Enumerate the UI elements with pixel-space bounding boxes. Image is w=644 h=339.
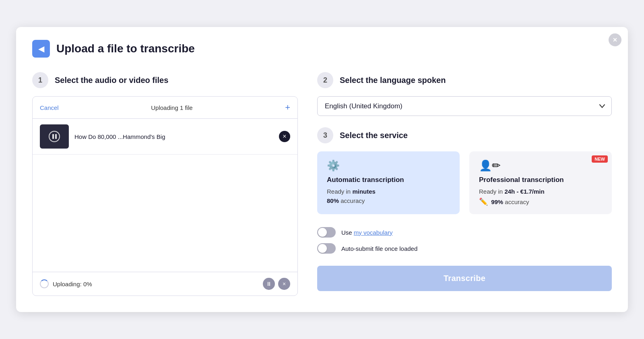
main-content: 1 Select the audio or video files Cancel… bbox=[32, 72, 612, 296]
service-cards: ⚙️ Automatic transcription Ready in minu… bbox=[317, 151, 612, 214]
cancel-link[interactable]: Cancel bbox=[40, 104, 59, 111]
transcribe-button[interactable]: Transcribe bbox=[317, 266, 612, 291]
autosubmit-toggle[interactable] bbox=[317, 243, 336, 254]
back-icon: ◀ bbox=[38, 44, 44, 54]
cancel-upload-icon: × bbox=[283, 281, 286, 287]
vocabulary-toggle-knob bbox=[318, 228, 327, 237]
autosubmit-toggle-row: Auto-submit file once loaded bbox=[317, 243, 612, 254]
service-card-professional[interactable]: NEW 👤✏ Professional transcription Ready … bbox=[469, 151, 612, 214]
upload-footer: Uploading: 0% ⏸ × bbox=[33, 272, 297, 296]
upload-status: Uploading 1 file bbox=[151, 104, 192, 111]
new-badge: NEW bbox=[592, 155, 608, 163]
remove-file-button[interactable]: × bbox=[279, 131, 290, 142]
step3-title: Select the service bbox=[340, 131, 408, 140]
back-button[interactable]: ◀ bbox=[32, 40, 50, 58]
file-thumbnail bbox=[40, 124, 69, 149]
pause-bar-right bbox=[55, 134, 57, 139]
cancel-upload-button[interactable]: × bbox=[278, 278, 290, 290]
close-icon: × bbox=[613, 36, 617, 44]
upload-spinner bbox=[40, 279, 49, 288]
autosubmit-toggle-knob bbox=[318, 244, 327, 253]
close-button[interactable]: × bbox=[609, 33, 621, 46]
step3-header: 3 Select the service bbox=[317, 127, 612, 143]
add-file-button[interactable]: + bbox=[285, 102, 290, 113]
file-upload-box: Cancel Uploading 1 file + How Do 80,0 bbox=[32, 96, 298, 296]
step2-title: Select the language spoken bbox=[340, 76, 446, 85]
vocabulary-toggle-row: Use my vocabulary bbox=[317, 227, 612, 238]
pen-emoji: ✏️ bbox=[479, 198, 488, 206]
modal-header: ◀ Upload a file to transcribe bbox=[32, 40, 612, 58]
vocabulary-toggle[interactable] bbox=[317, 227, 336, 238]
step2-number: 2 bbox=[317, 72, 333, 88]
autosubmit-toggle-label: Auto-submit file once loaded bbox=[341, 245, 417, 252]
vocabulary-toggle-label: Use my vocabulary bbox=[341, 229, 393, 236]
gear-icon: ⚙️ bbox=[327, 159, 450, 172]
file-upload-header: Cancel Uploading 1 file + bbox=[33, 97, 297, 119]
step2-header: 2 Select the language spoken bbox=[317, 72, 612, 88]
person-icon: 👤✏ bbox=[479, 159, 602, 172]
upload-progress-label: Uploading: 0% bbox=[53, 281, 92, 287]
pause-icon bbox=[49, 131, 60, 142]
footer-controls: ⏸ × bbox=[263, 278, 290, 290]
page-title: Upload a file to transcribe bbox=[56, 42, 195, 55]
professional-service-name: Professional transcription bbox=[479, 176, 602, 184]
step3-number: 3 bbox=[317, 127, 333, 143]
upload-modal: × ◀ Upload a file to transcribe 1 Select… bbox=[16, 27, 628, 312]
step1-number: 1 bbox=[32, 72, 48, 88]
pause-bar-left bbox=[52, 134, 54, 139]
remove-file-icon: × bbox=[283, 133, 286, 140]
file-item: How Do 80,000 ...Hammond's Big × bbox=[33, 119, 297, 155]
professional-service-accuracy: ✏️ 99% accuracy bbox=[479, 197, 602, 206]
professional-service-time: Ready in 24h - €1.7/min bbox=[479, 188, 602, 195]
file-list: How Do 80,000 ...Hammond's Big × bbox=[33, 119, 297, 272]
service-card-automatic[interactable]: ⚙️ Automatic transcription Ready in minu… bbox=[317, 151, 460, 214]
step1-title: Select the audio or video files bbox=[55, 76, 168, 85]
automatic-service-accuracy: 80% accuracy bbox=[327, 197, 450, 204]
language-select[interactable]: English (United Kingdom) English (United… bbox=[317, 96, 612, 116]
automatic-service-name: Automatic transcription bbox=[327, 176, 450, 184]
pause-upload-icon: ⏸ bbox=[266, 281, 272, 287]
left-panel: 1 Select the audio or video files Cancel… bbox=[32, 72, 298, 296]
pause-upload-button[interactable]: ⏸ bbox=[263, 278, 275, 290]
automatic-service-time: Ready in minutes bbox=[327, 188, 450, 195]
file-name: How Do 80,000 ...Hammond's Big bbox=[74, 133, 273, 140]
right-panel: 2 Select the language spoken English (Un… bbox=[317, 72, 612, 296]
upload-progress: Uploading: 0% bbox=[40, 279, 92, 288]
step1-header: 1 Select the audio or video files bbox=[32, 72, 298, 88]
vocabulary-link[interactable]: my vocabulary bbox=[354, 229, 393, 236]
